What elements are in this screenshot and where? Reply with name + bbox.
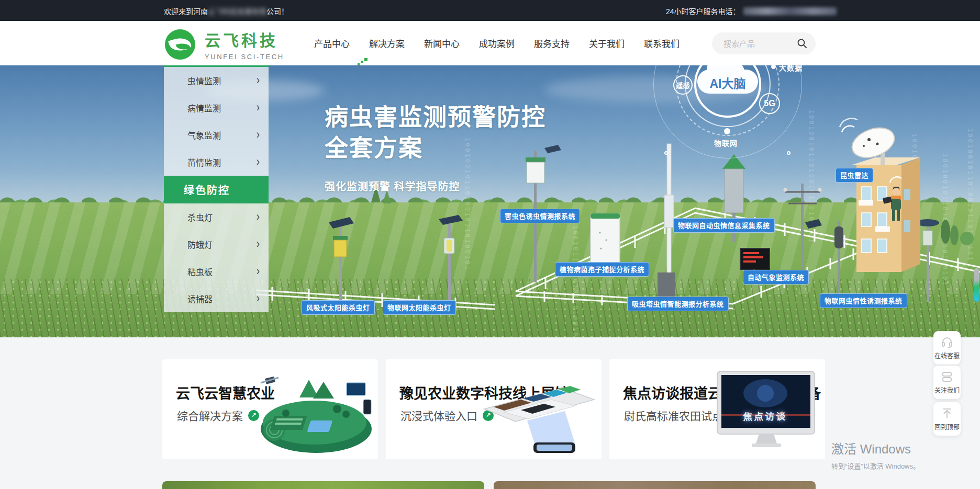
equipment-label: 植物病菌孢子捕捉分析系统 bbox=[555, 262, 649, 277]
menu-item-seedling-monitoring[interactable]: 苗情监测 › bbox=[164, 149, 269, 176]
logo[interactable]: 云飞科技 YUNFEI SCI-TECH bbox=[165, 28, 284, 61]
hero-copy: 病虫害监测预警防控 全套方案 强化监测预警 科学指导防控 bbox=[325, 102, 546, 194]
menu-item-moth-lamp[interactable]: 防蛾灯 › bbox=[164, 231, 269, 258]
equipment-label: 物联网虫情性诱测报系统 bbox=[820, 293, 907, 308]
card-online-exhibition[interactable]: 豫见农业数字科技线上展馆 沉浸式体验入口 ↗ bbox=[386, 359, 602, 459]
equipment-label: 风吸式太阳能杀虫灯 bbox=[302, 300, 375, 315]
card-subtitle: 沉浸式体验入口 bbox=[400, 407, 477, 423]
arrow-up-icon bbox=[941, 407, 953, 419]
product-mega-menu: 虫情监测 › 病情监测 › 气象监测 › 苗情监测 › 绿色防控 杀虫灯 › 防… bbox=[164, 65, 269, 312]
logo-subtitle: YUNFEI SCI-TECH bbox=[205, 53, 284, 61]
menu-item-green-control[interactable]: 绿色防控 bbox=[164, 176, 269, 203]
chevron-right-icon: › bbox=[257, 100, 260, 115]
chevron-right-icon: › bbox=[257, 291, 260, 305]
menu-item-disease-monitoring[interactable]: 病情监测 › bbox=[164, 94, 269, 121]
equipment-label: 害虫色诱虫情测报系统 bbox=[500, 209, 580, 223]
smart-farm-illustration bbox=[249, 368, 375, 457]
scan-icon bbox=[941, 370, 953, 383]
top-bar: 欢迎来到河南云飞科技发展有限公司！ 24小时客户服务电话： bbox=[0, 0, 980, 21]
equipment-label: 昆虫雷达 bbox=[836, 168, 873, 183]
tv-screen-text: 焦点访谈 bbox=[726, 408, 804, 424]
float-button-label: 在线客服 bbox=[934, 351, 960, 360]
nav-item-support[interactable]: 服务支持 bbox=[534, 37, 570, 50]
service-phone: 24小时客户服务电话： bbox=[666, 6, 837, 16]
float-button-label: 关注我们 bbox=[934, 385, 960, 394]
nav-item-news[interactable]: 新闻中心 bbox=[424, 37, 460, 50]
logo-title: 云飞科技 bbox=[205, 28, 284, 51]
equipment-label: 物联网太阳能杀虫灯 bbox=[383, 300, 456, 315]
welcome-blurred: 云飞科技发展有限 bbox=[208, 6, 266, 16]
online-service-button[interactable]: 在线客服 bbox=[933, 331, 961, 365]
welcome-suffix: 公司！ bbox=[266, 6, 288, 16]
float-button-label: 回到顶部 bbox=[934, 422, 960, 431]
back-to-top-button[interactable]: 回到顶部 bbox=[933, 402, 961, 436]
welcome-prefix: 欢迎来到河南 bbox=[164, 6, 208, 16]
nav-item-contact[interactable]: 联系我们 bbox=[644, 37, 680, 50]
hero-banner: 1001001011010010110100101 10010010110100… bbox=[0, 65, 980, 337]
chevron-right-icon: › bbox=[257, 154, 260, 169]
main-nav: 产品中心 解决方案 新闻中心 成功案例 服务支持 关于我们 联系我们 bbox=[314, 21, 680, 65]
hero-title-line1: 病虫害监测预警防控 bbox=[325, 102, 546, 133]
chevron-right-icon: › bbox=[257, 209, 260, 224]
menu-item-weather-monitoring[interactable]: 气象监测 › bbox=[164, 121, 269, 149]
nav-item-about[interactable]: 关于我们 bbox=[589, 37, 625, 50]
nav-item-cases[interactable]: 成功案例 bbox=[479, 37, 515, 50]
equipment-label: 吸虫塔虫情智能测报分析系统 bbox=[627, 297, 729, 311]
floating-toolbar: 在线客服 关注我们 回到顶部 bbox=[933, 331, 961, 437]
search-input[interactable] bbox=[723, 39, 797, 48]
exhibition-hall-illustration bbox=[473, 368, 598, 457]
equipment-label: 自动气象监测系统 bbox=[743, 270, 809, 285]
nav-item-solutions[interactable]: 解决方案 bbox=[369, 37, 405, 50]
watermark-line1: 激活 Windows bbox=[831, 439, 920, 457]
card-subtitle: 综合解决方案 bbox=[177, 407, 243, 423]
menu-item-trap[interactable]: 诱捕器 › bbox=[164, 285, 269, 312]
chevron-right-icon: › bbox=[257, 73, 260, 87]
cloud-decoration bbox=[544, 76, 770, 103]
hero-subtitle: 强化监测预警 科学指导防控 bbox=[325, 178, 546, 194]
service-phone-label: 24小时客户服务电话： bbox=[666, 6, 740, 16]
windows-activation-watermark: 激活 Windows 转到“设置”以激活 Windows。 bbox=[831, 439, 920, 471]
card-focus-report[interactable]: 焦点访谈报道云飞数字植保设备 尉氏高标准农田试点 ↗ 焦点访谈 bbox=[609, 359, 825, 459]
menu-item-insect-monitoring[interactable]: 虫情监测 › bbox=[164, 67, 269, 94]
field-rows-decoration bbox=[0, 279, 980, 337]
page-scrollbar-thumb[interactable] bbox=[974, 268, 979, 302]
chevron-right-icon: › bbox=[257, 264, 260, 278]
service-phone-number-blurred bbox=[743, 7, 837, 15]
logo-leaf-icon bbox=[165, 29, 195, 60]
bottom-photo-right bbox=[494, 481, 816, 489]
equipment-label: 物联网自动虫情信息采集系统 bbox=[673, 218, 775, 233]
chevron-right-icon: › bbox=[257, 236, 260, 251]
site-header: 云飞科技 YUNFEI SCI-TECH 产品中心 解决方案 新闻中心 成功案例… bbox=[0, 21, 980, 65]
welcome-text: 欢迎来到河南云飞科技发展有限公司！ bbox=[164, 6, 288, 16]
logo-text: 云飞科技 YUNFEI SCI-TECH bbox=[205, 28, 284, 61]
card-smart-agriculture[interactable]: 云飞云智慧农业 综合解决方案 ↗ bbox=[162, 359, 378, 459]
chevron-right-icon: › bbox=[257, 127, 260, 142]
bottom-photo-left bbox=[162, 481, 484, 489]
search-box[interactable] bbox=[712, 32, 816, 54]
menu-item-insect-lamp[interactable]: 杀虫灯 › bbox=[164, 203, 269, 231]
nav-item-products[interactable]: 产品中心 bbox=[314, 37, 350, 50]
headset-icon bbox=[941, 336, 953, 348]
watermark-line2: 转到“设置”以激活 Windows。 bbox=[831, 461, 920, 471]
follow-us-button[interactable]: 关注我们 bbox=[933, 366, 961, 399]
hero-title-line2: 全套方案 bbox=[325, 133, 546, 164]
search-icon[interactable] bbox=[797, 38, 807, 49]
menu-item-sticky-board[interactable]: 粘虫板 › bbox=[164, 258, 269, 285]
